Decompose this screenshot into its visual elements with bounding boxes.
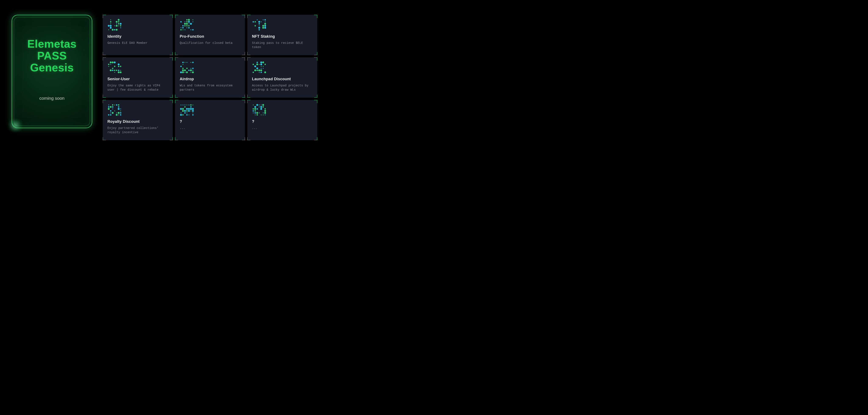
svg-point-137 (108, 108, 110, 110)
feature-title: ? (252, 119, 313, 124)
svg-point-118 (261, 68, 262, 69)
svg-point-158 (189, 105, 189, 105)
svg-point-112 (260, 64, 262, 65)
feature-title: Pro-Function (180, 34, 240, 39)
svg-point-144 (111, 112, 111, 113)
svg-point-15 (110, 27, 112, 29)
feature-description: Enjoy partnered collections' royalty inc… (107, 126, 168, 135)
svg-point-21 (186, 19, 188, 21)
svg-point-8 (120, 23, 122, 25)
svg-point-138 (112, 109, 113, 109)
svg-point-45 (192, 29, 193, 30)
svg-point-117 (256, 67, 258, 69)
svg-point-208 (257, 114, 258, 115)
feature-description: ... (252, 126, 313, 130)
svg-point-123 (260, 69, 262, 71)
svg-point-197 (265, 108, 266, 109)
feature-card: ?... (175, 100, 245, 140)
pass-card: Elemetas PASS Genesis coming soon (12, 15, 92, 128)
svg-point-154 (181, 105, 181, 105)
svg-point-29 (184, 23, 186, 25)
svg-point-34 (184, 25, 186, 27)
svg-point-149 (108, 114, 110, 115)
svg-point-184 (253, 105, 254, 105)
svg-point-185 (256, 104, 258, 106)
svg-point-175 (181, 112, 181, 113)
svg-point-40 (188, 27, 189, 28)
svg-point-116 (263, 66, 264, 67)
svg-point-163 (180, 108, 182, 110)
svg-point-20 (116, 29, 118, 31)
svg-point-55 (264, 23, 266, 25)
feature-title: Senior-User (107, 77, 168, 81)
svg-point-209 (261, 114, 262, 115)
svg-point-211 (265, 114, 266, 115)
feature-title: ? (180, 119, 240, 124)
svg-point-90 (180, 66, 182, 67)
pass-title-line-1: Elemetas (27, 38, 76, 50)
dot-grid-icon (180, 19, 195, 31)
svg-point-49 (253, 21, 254, 23)
svg-point-3 (116, 21, 118, 23)
svg-point-82 (118, 71, 120, 73)
svg-point-202 (254, 112, 256, 113)
svg-point-93 (190, 68, 191, 69)
svg-point-190 (259, 106, 259, 107)
svg-point-99 (192, 70, 193, 71)
dot-grid-icon (252, 104, 267, 116)
svg-point-14 (120, 25, 121, 27)
svg-point-64 (110, 61, 112, 63)
svg-point-147 (118, 112, 120, 114)
svg-point-80 (120, 70, 121, 71)
svg-point-100 (180, 71, 182, 73)
svg-point-161 (184, 106, 186, 108)
svg-point-122 (258, 69, 260, 71)
svg-point-148 (120, 112, 121, 113)
svg-point-92 (186, 68, 188, 69)
page: Elemetas PASS Genesis coming soon Identi… (0, 0, 868, 149)
svg-point-174 (192, 110, 194, 112)
svg-point-77 (114, 70, 115, 71)
pass-subtitle: coming soon (39, 96, 64, 101)
svg-point-157 (186, 105, 187, 105)
svg-point-201 (253, 112, 254, 113)
svg-point-200 (264, 110, 266, 112)
dot-grid-icon (107, 19, 123, 31)
svg-point-78 (116, 70, 117, 71)
svg-point-155 (183, 105, 184, 105)
svg-point-176 (184, 112, 186, 113)
feature-description: Qualification for closed beta (180, 41, 240, 45)
svg-point-129 (112, 104, 113, 106)
svg-point-114 (254, 65, 256, 67)
svg-point-142 (114, 110, 115, 111)
svg-point-203 (256, 112, 258, 114)
svg-point-94 (192, 68, 193, 69)
svg-point-32 (190, 23, 192, 25)
svg-point-61 (262, 27, 264, 29)
svg-point-167 (190, 108, 192, 110)
svg-point-7 (118, 23, 119, 24)
svg-point-193 (253, 108, 254, 109)
svg-point-86 (186, 62, 187, 63)
svg-point-127 (264, 71, 266, 73)
svg-point-41 (180, 29, 182, 30)
svg-point-13 (118, 25, 119, 26)
svg-point-85 (185, 62, 185, 63)
feature-card: NFT StakingStaking pass to recieve $ELE … (247, 15, 317, 55)
svg-point-170 (184, 110, 186, 112)
svg-point-131 (116, 104, 117, 106)
feature-title: Identity (107, 34, 168, 39)
svg-point-206 (264, 112, 266, 114)
svg-point-59 (264, 25, 266, 27)
dot-grid-icon (252, 61, 267, 74)
svg-point-54 (258, 23, 260, 24)
svg-point-173 (190, 110, 191, 111)
svg-point-205 (263, 112, 264, 113)
svg-point-168 (192, 108, 194, 110)
svg-point-69 (118, 64, 120, 65)
svg-point-62 (264, 27, 266, 29)
feature-card: AirdropWLs and tokens from ecosystem par… (175, 57, 245, 98)
svg-point-35 (186, 25, 188, 27)
svg-point-126 (260, 72, 262, 73)
svg-point-150 (110, 114, 111, 115)
